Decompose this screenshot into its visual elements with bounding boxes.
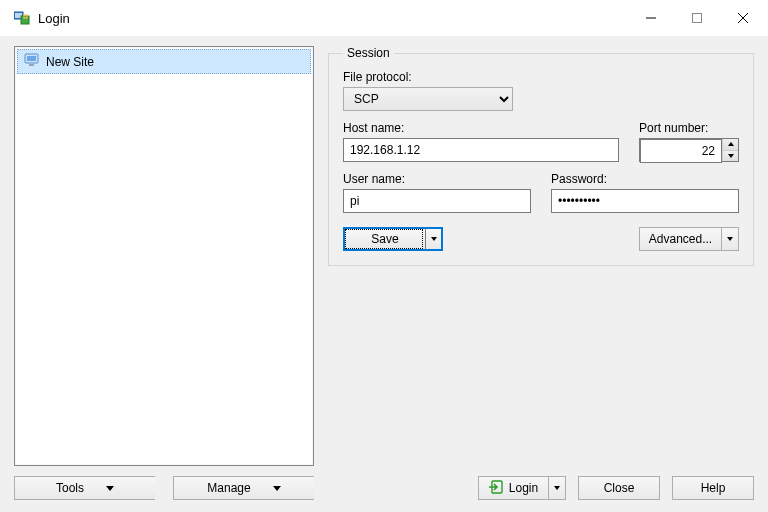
close-dialog-button[interactable]: Close: [578, 476, 660, 500]
session-group: Session File protocol: SCP Host name: Po…: [328, 46, 754, 266]
login-dropdown[interactable]: [548, 476, 566, 500]
port-down-button[interactable]: [723, 151, 738, 162]
dialog-body: New Site Tools Manage Session File proto…: [0, 36, 768, 512]
advanced-label: Advanced...: [649, 232, 712, 246]
port-label: Port number:: [639, 121, 739, 135]
protocol-select[interactable]: SCP: [343, 87, 513, 111]
login-dialog: Login: [0, 0, 768, 512]
password-label: Password:: [551, 172, 739, 186]
minimize-button[interactable]: [628, 3, 674, 33]
login-icon: [489, 480, 503, 497]
app-icon: [14, 9, 30, 28]
host-label: Host name:: [343, 121, 619, 135]
password-input[interactable]: [551, 189, 739, 213]
svg-rect-9: [27, 56, 36, 61]
port-up-button[interactable]: [723, 139, 738, 151]
sites-list[interactable]: New Site: [14, 46, 314, 466]
manage-label: Manage: [207, 481, 250, 495]
save-label: Save: [371, 232, 398, 246]
svg-rect-5: [693, 14, 702, 23]
user-input[interactable]: [343, 189, 531, 213]
close-button[interactable]: [720, 3, 766, 33]
maximize-button[interactable]: [674, 3, 720, 33]
site-item-label: New Site: [46, 55, 94, 69]
help-button[interactable]: Help: [672, 476, 754, 500]
port-spinner[interactable]: [722, 139, 738, 161]
protocol-label: File protocol:: [343, 70, 739, 84]
port-stepper[interactable]: [639, 138, 739, 162]
session-column: Session File protocol: SCP Host name: Po…: [328, 46, 754, 500]
svg-rect-10: [29, 64, 34, 66]
svg-rect-2: [21, 16, 29, 24]
close-label: Close: [604, 481, 635, 495]
window-title: Login: [38, 11, 70, 26]
titlebar: Login: [0, 0, 768, 36]
tools-label: Tools: [56, 481, 84, 495]
port-input[interactable]: [640, 139, 722, 163]
login-label: Login: [509, 481, 538, 495]
help-label: Help: [701, 481, 726, 495]
save-button[interactable]: Save: [343, 227, 443, 251]
save-dropdown[interactable]: [425, 227, 443, 251]
manage-button[interactable]: Manage: [173, 476, 314, 500]
site-item-new-site[interactable]: New Site: [17, 49, 311, 74]
session-legend: Session: [343, 46, 394, 60]
tools-button[interactable]: Tools: [14, 476, 155, 500]
computer-icon: [24, 53, 40, 70]
host-input[interactable]: [343, 138, 619, 162]
user-label: User name:: [343, 172, 531, 186]
login-button[interactable]: Login: [478, 476, 566, 500]
advanced-dropdown[interactable]: [721, 227, 739, 251]
advanced-button[interactable]: Advanced...: [639, 227, 739, 251]
sites-column: New Site Tools Manage: [14, 46, 314, 500]
